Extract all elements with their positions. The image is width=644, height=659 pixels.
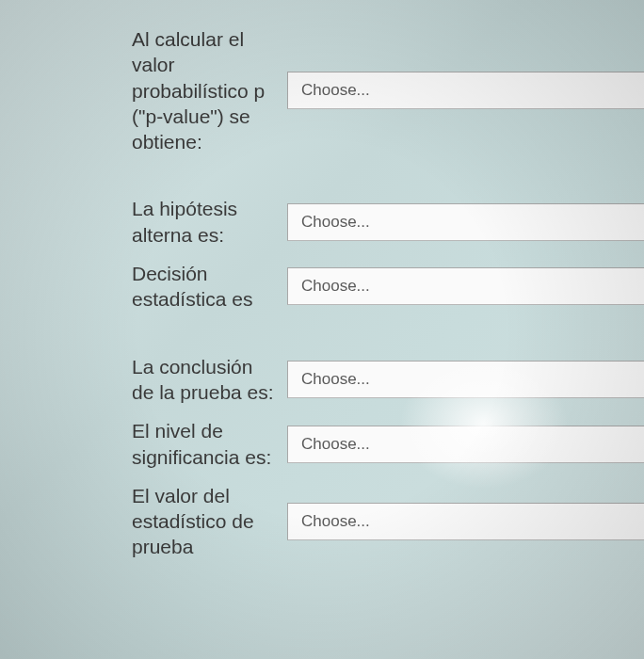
question-row-estadistico: El valor del estadístico de prueba Choos… <box>132 483 644 560</box>
question-label: La conclusión de la prueba es: <box>132 354 287 406</box>
question-label: El nivel de significancia es: <box>132 418 287 470</box>
question-row-conclusion: La conclusión de la prueba es: Choose... <box>132 354 644 406</box>
dropdown-placeholder: Choose... <box>301 435 370 454</box>
dropdown-placeholder: Choose... <box>301 370 370 389</box>
dropdown-placeholder: Choose... <box>301 277 370 296</box>
question-label: Decisión estadística es <box>132 261 287 313</box>
dropdown-placeholder: Choose... <box>301 81 370 100</box>
question-label: Al calcular el valor probabilístico p ("… <box>132 26 287 154</box>
form-content: Al calcular el valor probabilístico p ("… <box>0 0 644 560</box>
dropdown-estadistico[interactable]: Choose... <box>287 503 644 540</box>
dropdown-placeholder: Choose... <box>301 512 370 531</box>
dropdown-significancia[interactable]: Choose... <box>287 426 644 463</box>
dropdown-conclusion[interactable]: Choose... <box>287 361 644 398</box>
dropdown-pvalue[interactable]: Choose... <box>287 72 644 109</box>
dropdown-decision[interactable]: Choose... <box>287 267 644 305</box>
dropdown-hipotesis[interactable]: Choose... <box>287 203 644 241</box>
question-row-hipotesis: La hipótesis alterna es: Choose... <box>132 196 644 248</box>
question-row-decision: Decisión estadística es Choose... <box>132 261 644 313</box>
question-row-pvalue: Al calcular el valor probabilístico p ("… <box>132 26 644 154</box>
dropdown-placeholder: Choose... <box>301 213 370 232</box>
question-label: La hipótesis alterna es: <box>132 196 287 248</box>
question-row-significancia: El nivel de significancia es: Choose... <box>132 418 644 470</box>
question-label: El valor del estadístico de prueba <box>132 483 287 560</box>
